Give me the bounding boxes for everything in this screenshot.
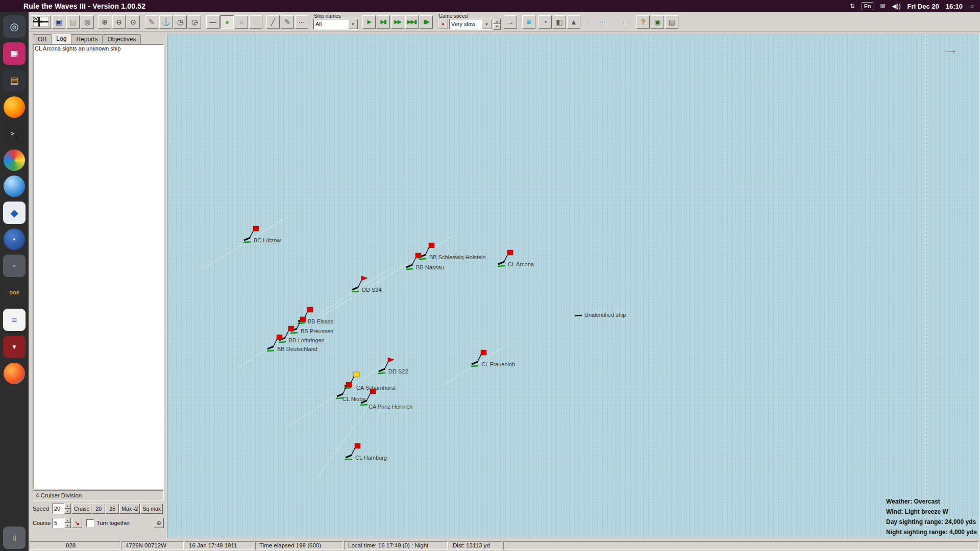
more-tools-button[interactable]: ⋯ — [295, 15, 308, 29]
speed-preset-25-button[interactable]: 25 — [106, 504, 119, 514]
chart-button[interactable]: ■ — [522, 15, 535, 29]
range-circle-on-button[interactable]: ● — [220, 15, 234, 29]
signal-book-icon: ◎ — [84, 18, 90, 26]
settings-icon[interactable]: ◎ — [3, 15, 26, 38]
world-button[interactable]: ◉ — [651, 15, 664, 29]
terminal-icon[interactable]: >_ — [3, 122, 26, 145]
tab-log[interactable]: Log — [51, 34, 71, 44]
chevron-down-icon[interactable]: ▼ — [482, 19, 492, 29]
german-ensign-icon — [33, 17, 48, 27]
course-stepper-arrows[interactable]: ▲▼ — [64, 518, 71, 528]
zoom-select-button[interactable]: ⊙ — [127, 15, 140, 29]
anchor-icon: ⚓ — [161, 18, 170, 26]
rudder-arrow-icon: ↘ — [75, 520, 79, 527]
weather-line: Wind: Light breeze W — [886, 507, 977, 517]
speed-stepper[interactable]: 20 ▲▼ — [52, 504, 71, 514]
speed-preset-20-button[interactable]: 20 — [92, 504, 105, 514]
chart-icon: ■ — [527, 18, 531, 26]
save-icon: ▣ — [55, 18, 62, 26]
gunnery-button[interactable]: ▲ — [567, 15, 580, 29]
zoom-out-button[interactable]: ⊖ — [112, 15, 126, 29]
line-toggle-button[interactable]: — — [206, 15, 219, 29]
signal-book-button[interactable]: ◎ — [81, 15, 94, 29]
tab-reports[interactable]: Reports — [71, 34, 103, 44]
range-circle-3-button[interactable]: ◌ — [249, 15, 262, 29]
speed-indicator-button[interactable]: ● — [438, 19, 448, 29]
log-list[interactable]: CL Arcona sights an unknown ship — [33, 44, 164, 489]
clock-button[interactable]: ◷ — [174, 15, 187, 29]
keyboard-layout-indicator[interactable]: En — [862, 2, 873, 10]
speed-preset-sq-max-button[interactable]: Sq max — [140, 504, 163, 514]
ship-label: DD S24 — [362, 287, 382, 293]
course-stepper[interactable]: 5 ▲▼ — [52, 518, 71, 528]
division-title: 4 Cruiser Division — [33, 490, 164, 500]
track-lines — [167, 34, 979, 538]
draw-pencil-button[interactable]: ✎ — [281, 15, 294, 29]
wine-icon[interactable]: ▼ — [3, 336, 26, 358]
run-4-button[interactable]: ▶▶▮ — [405, 15, 419, 29]
pinwheel-icon[interactable] — [4, 149, 25, 171]
speed-preset-max-2-button[interactable]: Max -2 — [119, 504, 140, 514]
run-2-button[interactable]: ▶▮ — [377, 15, 390, 29]
range-circle-2-button[interactable]: ○ — [235, 15, 248, 29]
advance-button[interactable]: → — [504, 15, 517, 29]
rudder-button[interactable]: ↘ — [72, 518, 82, 528]
virtualbox-icon[interactable]: ◆ — [3, 202, 26, 224]
clock-alt-button[interactable]: ◶ — [188, 15, 201, 29]
zoom-select-icon: ⊙ — [130, 18, 136, 26]
game-speed-select[interactable]: Very slow▼ — [449, 19, 492, 30]
dock: ◎▦▤>_◆●▫DOS≡▼▯ — [0, 12, 29, 551]
status-segment: 828 — [30, 541, 120, 550]
volume-icon[interactable]: ◀)) — [892, 3, 900, 10]
turn-together-checkbox[interactable] — [86, 519, 94, 527]
orders-button[interactable]: ▤ — [66, 15, 80, 29]
grid-tool-button: ⊞ — [596, 15, 609, 29]
status-segment: Dist: 13113 yd — [449, 541, 502, 550]
power-menu-icon[interactable]: ☼ — [969, 3, 975, 10]
clock-time[interactable]: 16:10 — [946, 3, 963, 10]
run-3-button[interactable]: ▶▶ — [391, 15, 404, 29]
print-button[interactable]: ▤ — [665, 15, 678, 29]
globe-icon[interactable] — [4, 176, 25, 197]
zoom-in-button[interactable]: ⊕ — [98, 15, 111, 29]
more-tools-icon: ⋯ — [298, 18, 305, 26]
plot-button[interactable]: ◧ — [553, 15, 566, 29]
orders-icon: ▤ — [69, 18, 76, 26]
help-button[interactable]: ? — [636, 15, 650, 29]
game-speed-stepper[interactable]: ▲▼ — [493, 19, 501, 30]
save-button[interactable]: ▣ — [52, 15, 65, 29]
browser-orange-icon[interactable] — [4, 363, 25, 384]
formation-button[interactable]: ⊕ — [154, 518, 164, 528]
stopwatch-button[interactable]: ◔ — [538, 15, 552, 29]
tactical-map[interactable]: → BC LützowBB Schleswig-HolsteinBB Nassa… — [167, 34, 980, 538]
ship-names-select[interactable]: All▼ — [313, 19, 358, 30]
software-pink-icon[interactable]: ▦ — [3, 42, 26, 65]
speed-stepper-arrows[interactable]: ▲▼ — [64, 504, 71, 514]
window-title: Rule the Waves III - Version 1.00.52 — [23, 2, 145, 10]
tab-ob[interactable]: OB — [33, 34, 52, 44]
speed-preset-cruise-button[interactable]: Cruise — [72, 504, 91, 514]
run-1-button[interactable]: ▶ — [362, 15, 376, 29]
network-arrows-icon[interactable]: ⇅ — [850, 3, 855, 10]
trash-icon[interactable]: ▯ — [3, 527, 26, 549]
chevron-down-icon[interactable]: ▼ — [348, 19, 358, 29]
german-ensign-button[interactable] — [31, 15, 51, 29]
run-5-button[interactable]: ▮▶ — [420, 15, 433, 29]
firefox-icon[interactable] — [4, 96, 25, 118]
clock-alt-icon: ◶ — [191, 18, 198, 26]
draw-pencil-icon: ✎ — [284, 18, 290, 26]
archive-icon[interactable]: ▤ — [3, 69, 26, 92]
weather-line: Day sighting range: 24,000 yds — [886, 517, 977, 527]
measure-icon: ✎ — [149, 18, 155, 26]
status-segment: Local time: 16 17:49 (0) : Night — [344, 541, 448, 550]
dosbox-icon[interactable]: DOS — [3, 282, 26, 304]
mail-icon[interactable]: ✉ — [880, 3, 885, 10]
anchor-button[interactable]: ⚓ — [159, 15, 173, 29]
measure-button[interactable]: ✎ — [145, 15, 158, 29]
package-icon[interactable]: ▫ — [3, 255, 26, 277]
clock-date[interactable]: Fri Dec 20 — [908, 3, 939, 10]
text-editor-icon[interactable]: ≡ — [3, 309, 26, 331]
tab-objectives[interactable]: Objectives — [102, 34, 141, 44]
password-safe-icon[interactable]: ● — [4, 229, 25, 250]
draw-line-button[interactable]: ╱ — [266, 15, 280, 29]
